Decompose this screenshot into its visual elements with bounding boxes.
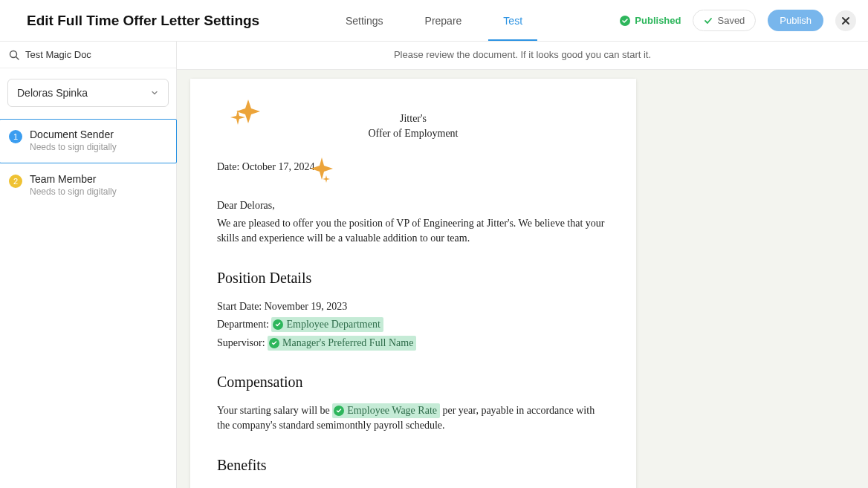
chevron-down-icon [150, 88, 159, 97]
check-circle-icon [273, 319, 283, 330]
signer-subtitle: Needs to sign digitally [30, 186, 117, 197]
field-employee-department[interactable]: Employee Department [271, 317, 383, 332]
doc-compensation-text: Your starting salary will be Employee Wa… [217, 403, 609, 434]
doc-greeting: Dear Deloras, [217, 198, 609, 213]
doc-intro: We are pleased to offer you the position… [217, 216, 609, 247]
check-icon [704, 16, 713, 25]
person-select[interactable]: Deloras Spinka [7, 79, 169, 107]
signer-subtitle: Needs to sign digitally [30, 142, 117, 152]
document-scroll[interactable]: Jitter's Offer of Employment Date: Octob… [177, 70, 868, 488]
field-label: Employee Wage Rate [347, 403, 437, 418]
signer-badge-2: 2 [9, 175, 22, 188]
heading-benefits: Benefits [217, 455, 609, 476]
review-instruction: Please review the document. If it looks … [177, 42, 868, 70]
signer-badge-1: 1 [9, 130, 22, 143]
search-icon [9, 50, 19, 60]
doc-date: Date: October 17, 2024 [217, 160, 609, 175]
saved-label: Saved [717, 15, 745, 26]
signer-document-sender[interactable]: 1 Document Sender Needs to sign digitall… [0, 119, 177, 163]
doc-supervisor-line: Supervisor: Manager's Preferred Full Nam… [217, 336, 609, 351]
comp-pre: Your starting salary will be [217, 405, 332, 416]
doc-start-date: Start Date: November 19, 2023 [217, 299, 609, 314]
field-label: Manager's Preferred Full Name [282, 336, 413, 351]
dept-label: Department: [217, 319, 271, 330]
close-button[interactable] [835, 10, 856, 31]
field-label: Employee Department [286, 317, 380, 332]
check-circle-icon [620, 16, 630, 26]
doc-subtitle: Offer of Employment [217, 126, 609, 141]
heading-compensation: Compensation [217, 371, 609, 393]
field-manager-name[interactable]: Manager's Preferred Full Name [268, 336, 416, 351]
sup-label: Supervisor: [217, 337, 268, 348]
field-wage-rate[interactable]: Employee Wage Rate [332, 403, 440, 418]
search-label: Test Magic Doc [25, 49, 91, 60]
person-selected-label: Deloras Spinka [17, 87, 88, 99]
tab-settings[interactable]: Settings [346, 0, 383, 41]
document-page: Jitter's Offer of Employment Date: Octob… [190, 79, 636, 488]
check-circle-icon [269, 338, 279, 348]
x-icon [841, 16, 851, 26]
sparkle-icon [323, 175, 330, 183]
heading-position-details: Position Details [217, 267, 609, 289]
tab-bar: Settings Prepare Test [346, 0, 522, 41]
status-published-label: Published [635, 15, 681, 26]
search-row[interactable]: Test Magic Doc [0, 42, 176, 68]
doc-department-line: Department: Employee Department [217, 317, 609, 332]
signer-title: Team Member [30, 173, 117, 185]
publish-button[interactable]: Publish [768, 10, 823, 31]
sidebar: Test Magic Doc Deloras Spinka 1 Document… [0, 42, 177, 488]
page-title: Edit Full Time Offer Letter Settings [27, 13, 259, 29]
signer-title: Document Sender [30, 128, 117, 140]
check-circle-icon [334, 406, 344, 416]
saved-indicator: Saved [693, 10, 756, 31]
content-area: Please review the document. If it looks … [177, 42, 868, 488]
doc-company: Jitter's [217, 111, 609, 126]
status-published-badge: Published [620, 15, 681, 26]
signer-team-member[interactable]: 2 Team Member Needs to sign digitally [0, 163, 176, 208]
tab-test[interactable]: Test [503, 0, 522, 41]
tab-prepare[interactable]: Prepare [425, 0, 462, 41]
